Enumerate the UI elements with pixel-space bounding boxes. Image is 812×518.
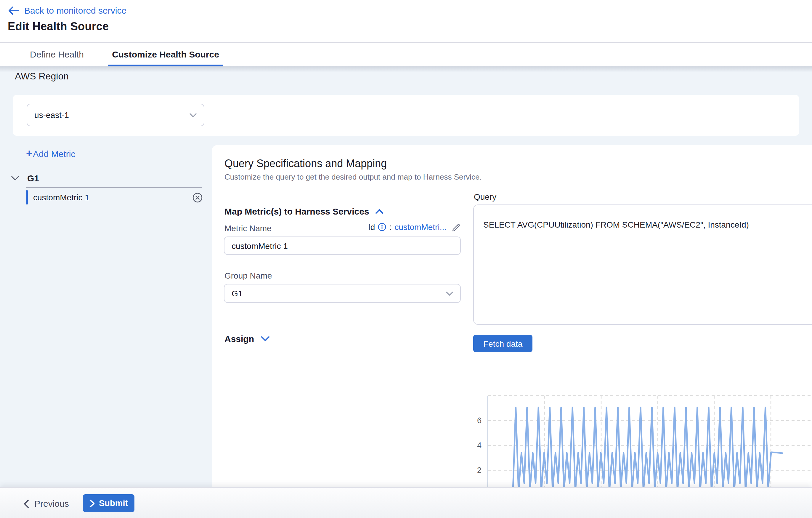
health-source-tabs: Define Health Source Customize Health So… xyxy=(0,43,812,66)
query-text-area[interactable]: SELECT AVG(CPUUtilization) FROM SCHEMA("… xyxy=(473,205,812,325)
metric-item-label: customMetric 1 xyxy=(33,193,193,202)
id-label: Id xyxy=(368,222,375,232)
assign-label: Assign xyxy=(225,334,254,344)
pencil-icon xyxy=(452,222,461,231)
map-metrics-section-toggle[interactable]: Map Metric(s) to Harness Services xyxy=(225,206,383,216)
tab-define-health-source[interactable]: Define Health Source xyxy=(15,43,99,66)
delete-metric-button[interactable] xyxy=(193,192,203,202)
add-metric-label: Add Metric xyxy=(33,149,75,159)
metric-list-item[interactable]: customMetric 1 xyxy=(26,190,203,205)
tab-customize-health-source[interactable]: Customize Health Source xyxy=(112,43,219,66)
chevron-up-icon xyxy=(376,209,383,214)
metric-id-value[interactable]: customMetri... xyxy=(395,222,446,232)
chevron-down-icon xyxy=(11,176,19,181)
id-colon: : xyxy=(389,222,392,232)
selected-indicator-bar xyxy=(26,190,28,205)
page-header: Back to monitored service Edit Health So… xyxy=(0,0,812,43)
back-link-label: Back to monitored service xyxy=(24,5,126,16)
previous-button[interactable]: Previous xyxy=(24,495,69,512)
y-axis-tick-label: 6 xyxy=(471,416,482,425)
group-name-selected-value: G1 xyxy=(232,289,242,298)
add-metric-button[interactable]: + Add Metric xyxy=(26,149,75,159)
metric-group-name: G1 xyxy=(27,173,39,183)
chevron-left-icon xyxy=(24,499,29,508)
panel-subheading: Customize the query to get the desired o… xyxy=(225,172,482,181)
metric-name-input[interactable] xyxy=(224,237,461,255)
chevron-down-icon xyxy=(261,336,269,342)
back-to-monitored-service-link[interactable]: Back to monitored service xyxy=(8,5,126,16)
chevron-right-icon xyxy=(89,499,95,507)
fetch-data-button[interactable]: Fetch data xyxy=(473,335,532,352)
footer-action-bar: Previous Submit xyxy=(0,487,812,518)
group-divider xyxy=(26,187,202,188)
plus-icon: + xyxy=(26,149,32,158)
aws-region-select[interactable]: us-east-1 xyxy=(27,104,204,126)
chevron-down-icon xyxy=(446,291,453,296)
assign-section-toggle[interactable]: Assign xyxy=(225,334,269,344)
circle-x-icon xyxy=(193,192,203,202)
previous-label: Previous xyxy=(34,498,69,509)
chart-canvas xyxy=(471,391,812,487)
chevron-down-icon xyxy=(190,113,197,117)
arrow-left-icon xyxy=(8,6,19,15)
metric-group-header[interactable]: G1 xyxy=(11,173,39,183)
query-specifications-panel: Query Specifications and Mapping Customi… xyxy=(212,145,812,487)
submit-label: Submit xyxy=(99,498,128,508)
query-label: Query xyxy=(474,192,496,201)
metric-id-row: Id : customMetri... xyxy=(224,222,461,232)
submit-button[interactable]: Submit xyxy=(83,494,135,512)
group-name-label: Group Name xyxy=(225,271,272,280)
page-title: Edit Health Source xyxy=(8,20,109,33)
y-axis-tick-label: 2 xyxy=(471,466,482,474)
metric-preview-chart: 642 xyxy=(471,391,812,487)
aws-region-card: us-east-1 xyxy=(13,95,799,136)
aws-region-selected-value: us-east-1 xyxy=(34,110,69,120)
edit-id-button[interactable] xyxy=(452,222,461,231)
aws-region-label: AWS Region xyxy=(15,71,69,82)
edit-health-source-page: Back to monitored service Edit Health So… xyxy=(0,0,812,518)
map-metrics-section-title: Map Metric(s) to Harness Services xyxy=(225,206,369,216)
panel-heading: Query Specifications and Mapping xyxy=(225,158,387,170)
group-name-select[interactable]: G1 xyxy=(224,284,461,303)
info-icon[interactable] xyxy=(378,223,386,231)
content-area: AWS Region us-east-1 + Add Metric G1 cus… xyxy=(0,66,812,487)
y-axis-tick-label: 4 xyxy=(471,441,482,449)
